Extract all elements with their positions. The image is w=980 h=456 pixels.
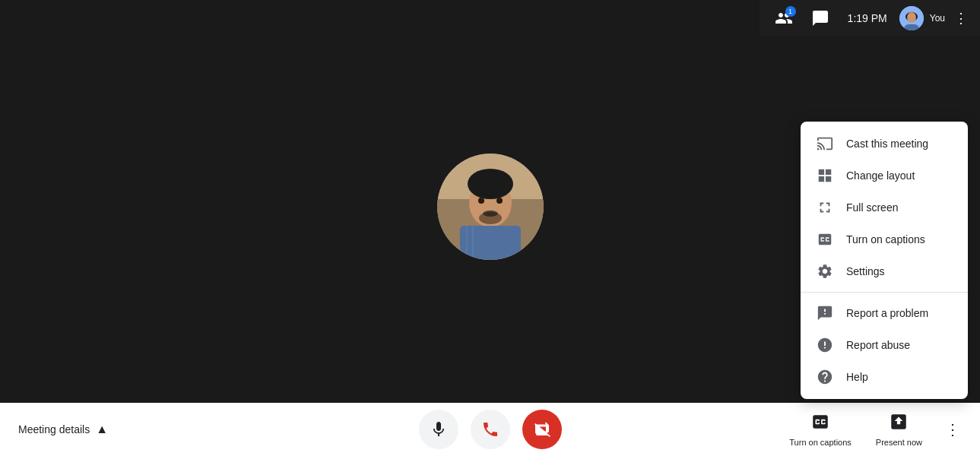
svg-point-14 — [907, 12, 916, 23]
participant-avatar — [437, 154, 544, 260]
fullscreen-label: Full screen — [846, 201, 898, 214]
top-bar: 1 1:19 PM You ⋮ — [760, 0, 980, 36]
menu-item-help[interactable]: Help — [801, 361, 968, 393]
layout-icon — [816, 167, 834, 184]
chat-button[interactable] — [805, 3, 836, 33]
present-icon — [889, 412, 909, 436]
bottom-center-controls — [419, 410, 562, 449]
menu-item-cast[interactable]: Cast this meeting — [801, 128, 968, 160]
cast-icon — [816, 135, 834, 152]
camera-button[interactable] — [522, 410, 562, 449]
svg-point-8 — [483, 211, 498, 217]
time-display: 1:19 PM — [842, 12, 893, 24]
svg-rect-15 — [904, 24, 919, 30]
captions-icon — [816, 231, 834, 248]
report-problem-icon — [816, 305, 834, 321]
user-label: You — [930, 13, 945, 24]
present-label: Present now — [876, 438, 922, 447]
user-avatar — [899, 6, 924, 30]
meeting-details-label: Meeting details — [18, 423, 90, 435]
menu-item-captions[interactable]: Turn on captions — [801, 223, 968, 255]
menu-item-fullscreen[interactable]: Full screen — [801, 192, 968, 223]
bottom-more-button[interactable]: ⋮ — [937, 414, 968, 445]
participants-button[interactable]: 1 — [769, 3, 799, 33]
bottom-right-controls: Turn on captions Present now ⋮ — [780, 409, 968, 450]
svg-point-10 — [496, 198, 503, 204]
svg-point-3 — [468, 169, 513, 199]
dropdown-menu: Cast this meeting Change layout Full scr… — [801, 122, 968, 399]
menu-item-layout[interactable]: Change layout — [801, 160, 968, 192]
captions-bottom-label: Turn on captions — [789, 438, 852, 447]
settings-icon — [816, 263, 834, 280]
menu-item-report-problem[interactable]: Report a problem — [801, 297, 968, 329]
menu-divider — [801, 292, 968, 293]
top-more-button[interactable]: ⋮ — [951, 7, 971, 30]
chevron-up-icon: ▲ — [96, 423, 108, 436]
fullscreen-icon — [816, 199, 834, 216]
svg-rect-4 — [460, 226, 521, 260]
layout-label: Change layout — [846, 169, 915, 182]
svg-rect-6 — [472, 226, 474, 260]
captions-bottom-icon — [810, 412, 830, 436]
report-abuse-label: Report abuse — [846, 339, 910, 351]
menu-item-settings[interactable]: Settings — [801, 255, 968, 287]
end-call-button[interactable] — [471, 410, 510, 449]
meeting-details-button[interactable]: Meeting details ▲ — [18, 423, 108, 436]
captions-button[interactable]: Turn on captions — [780, 409, 861, 450]
report-problem-label: Report a problem — [846, 307, 928, 319]
present-button[interactable]: Present now — [867, 409, 931, 450]
main-video-area: 1 1:19 PM You ⋮ — [0, 0, 980, 456]
captions-label: Turn on captions — [846, 233, 925, 245]
bottom-bar: Meeting details ▲ — [0, 403, 980, 456]
microphone-button[interactable] — [419, 410, 458, 449]
participant-count-badge: 1 — [785, 6, 796, 17]
cast-label: Cast this meeting — [846, 138, 928, 150]
help-label: Help — [846, 371, 868, 383]
menu-item-report-abuse[interactable]: Report abuse — [801, 329, 968, 361]
svg-rect-5 — [466, 226, 468, 260]
report-abuse-icon — [816, 337, 834, 353]
help-icon — [816, 369, 834, 385]
settings-label: Settings — [846, 265, 885, 277]
svg-point-9 — [478, 198, 484, 204]
